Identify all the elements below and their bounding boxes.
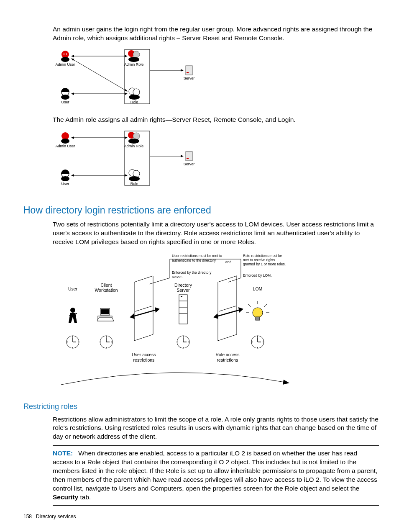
admin-user-icon bbox=[61, 51, 69, 62]
server-label: Server bbox=[184, 162, 195, 166]
user-icon bbox=[61, 170, 69, 181]
svg-point-78 bbox=[177, 342, 178, 342]
page-number: 158 bbox=[23, 514, 32, 519]
server-label: Server bbox=[184, 76, 195, 80]
admin-role-icon bbox=[128, 132, 140, 144]
svg-rect-29 bbox=[186, 152, 192, 161]
role-restr-text-3: granted by 1 or more roles. bbox=[243, 262, 286, 266]
directory-server-icon bbox=[179, 295, 187, 324]
svg-point-3 bbox=[66, 53, 67, 54]
server-icon bbox=[186, 152, 192, 161]
enforced-dir-1: Enforced by the directory bbox=[172, 270, 212, 275]
user-restr-text-1: User restrictions must be met to bbox=[172, 254, 222, 258]
svg-point-42 bbox=[70, 308, 75, 313]
role-restr-text-2: met to receive rights bbox=[243, 258, 275, 262]
svg-point-70 bbox=[106, 347, 107, 348]
role-icon bbox=[129, 170, 140, 181]
svg-point-86 bbox=[263, 342, 263, 342]
svg-point-10 bbox=[133, 89, 140, 95]
user-label: User bbox=[61, 182, 69, 186]
clock-icon bbox=[177, 336, 189, 348]
role-access-1: Role access bbox=[215, 352, 239, 357]
admin-user-label: Admin User bbox=[55, 62, 75, 67]
svg-rect-47 bbox=[179, 295, 187, 324]
heading-restricting-roles: Restricting roles bbox=[23, 402, 379, 411]
svg-point-79 bbox=[188, 342, 189, 342]
admin-role-icon bbox=[128, 50, 140, 62]
svg-line-16 bbox=[72, 59, 127, 91]
svg-rect-12 bbox=[186, 66, 192, 75]
svg-point-20 bbox=[61, 139, 69, 144]
admin-user-icon bbox=[61, 132, 69, 144]
svg-point-27 bbox=[133, 170, 140, 177]
user-figure-icon bbox=[69, 308, 77, 323]
svg-rect-30 bbox=[187, 158, 189, 159]
svg-point-71 bbox=[100, 342, 101, 342]
svg-point-76 bbox=[183, 336, 184, 337]
svg-point-22 bbox=[133, 133, 140, 139]
note-bold: Security bbox=[53, 493, 78, 501]
heading-restrictions: How directory login restrictions are enf… bbox=[23, 205, 379, 216]
col-client-2: Workstation bbox=[95, 288, 118, 293]
note-block: NOTE: When directories are enabled, acce… bbox=[53, 445, 379, 506]
note-text-after: tab. bbox=[78, 493, 91, 501]
admin-role-label: Admin Role bbox=[124, 144, 144, 148]
enforced-lom: Enforced by LOM. bbox=[243, 273, 272, 278]
user-access-1: User access bbox=[132, 352, 156, 357]
svg-point-6 bbox=[128, 57, 139, 62]
svg-point-25 bbox=[61, 176, 69, 181]
svg-rect-13 bbox=[187, 72, 189, 73]
col-dir-1: Directory bbox=[174, 283, 192, 288]
col-dir-2: Server bbox=[177, 288, 190, 293]
svg-point-64 bbox=[67, 342, 68, 342]
clock-icon bbox=[100, 336, 113, 348]
col-user: User bbox=[68, 286, 78, 291]
note-label: NOTE: bbox=[53, 450, 73, 457]
svg-point-69 bbox=[106, 336, 107, 337]
admin-role-label: Admin Role bbox=[124, 62, 144, 67]
role-restr-text-1: Role restrictions must be bbox=[243, 254, 282, 258]
svg-line-55 bbox=[248, 304, 251, 307]
svg-point-62 bbox=[72, 336, 73, 337]
svg-point-23 bbox=[128, 139, 139, 144]
svg-point-28 bbox=[129, 176, 140, 181]
svg-point-85 bbox=[252, 342, 253, 342]
clock-icon bbox=[251, 336, 264, 348]
svg-point-11 bbox=[129, 95, 140, 100]
svg-rect-45 bbox=[101, 309, 109, 314]
svg-point-84 bbox=[257, 347, 258, 348]
door-role-access bbox=[213, 276, 243, 341]
user-access-2: restrictions bbox=[133, 357, 155, 362]
col-client-1: Client bbox=[101, 283, 112, 288]
svg-line-56 bbox=[264, 304, 267, 307]
note-text: When directories are enabled, access to … bbox=[53, 450, 377, 492]
col-lom: LOM bbox=[253, 286, 263, 291]
svg-point-63 bbox=[72, 347, 73, 348]
svg-rect-53 bbox=[256, 317, 260, 320]
user-label: User bbox=[61, 100, 69, 104]
svg-point-8 bbox=[61, 95, 69, 100]
clock-icon bbox=[66, 336, 79, 348]
svg-rect-51 bbox=[181, 296, 182, 297]
paragraph-3: Two sets of restrictions potentially lim… bbox=[53, 220, 379, 247]
and-text: And bbox=[225, 260, 231, 264]
svg-point-5 bbox=[133, 51, 140, 58]
diagram-restrictions: User restrictions must be met to authent… bbox=[53, 251, 379, 391]
paragraph-4: Restrictions allow administrators to lim… bbox=[53, 415, 379, 442]
server-icon bbox=[186, 66, 192, 75]
diagram-admin-role-1: Admin User Admin Role User Role bbox=[53, 47, 379, 111]
admin-user-label: Admin User bbox=[55, 144, 75, 148]
paragraph-1: An admin user gains the login right from… bbox=[53, 25, 379, 43]
paragraph-2: The Admin role assigns all admin rights—… bbox=[53, 116, 379, 124]
diagram-admin-role-2: Admin User Admin Role User Role bbox=[53, 129, 379, 193]
workstation-icon bbox=[97, 308, 114, 321]
enforced-dir-2: server. bbox=[172, 275, 183, 279]
user-restr-text-2: authenticate to the directory. bbox=[172, 258, 217, 262]
svg-point-72 bbox=[111, 342, 112, 342]
svg-point-1 bbox=[61, 57, 69, 62]
door-user-access bbox=[130, 276, 160, 341]
lom-lightbulb-icon bbox=[246, 301, 269, 320]
svg-point-83 bbox=[257, 336, 258, 337]
role-access-2: restrictions bbox=[217, 357, 238, 362]
svg-point-77 bbox=[183, 347, 184, 348]
